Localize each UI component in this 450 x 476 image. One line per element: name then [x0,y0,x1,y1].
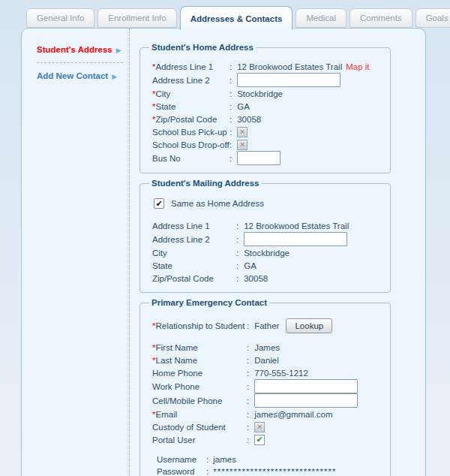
sidebar-item-students-address[interactable]: Student's Address [37,45,129,54]
sidebar-item-label: Add New Contact [37,71,108,80]
custody-checkbox-disabled-icon [254,422,265,432]
colon-separator: : [230,128,232,137]
cell-mobile-phone-input[interactable] [254,393,358,408]
field-label: Home Phone [152,369,247,378]
colon-separator: : [206,455,208,464]
field-value: 12 Brookwood Estates Trail [244,221,349,230]
field-mailing-address-line-1: Address Line 1 : 12 Brookwood Estates Tr… [152,219,384,232]
field-home-phone: Home Phone : 770-555-1212 [152,366,384,379]
school-bus-pickup-checkbox-disabled-icon [237,127,248,137]
tab-label: General Info [37,14,84,23]
colon-separator: : [247,423,249,432]
map-it-link[interactable]: Map it [346,62,369,71]
field-address-line-1: *Address Line 1 : 12 Brookwood Estates T… [152,60,384,73]
sidebar-item-add-new-contact[interactable]: Add New Contact [37,71,129,80]
tab-label: Comments [360,14,402,23]
password-label: Password [157,467,206,476]
field-mailing-state: State : GA [152,259,384,272]
field-label: Bus No [152,154,230,163]
tab-label: Goals [426,14,448,23]
right-arrow-icon [116,47,122,54]
field-value: james@gmmail.com [254,410,332,419]
field-mailing-address-line-2: Address Line 2 : [152,232,384,246]
tab-comments[interactable]: Comments [350,8,412,28]
field-cell-mobile-phone: Cell/Mobile Phone : [152,393,384,408]
field-bus-no: Bus No : [152,151,384,165]
username-label: Username [157,455,206,464]
field-first-name: *First Name : James [152,341,384,354]
field-label: Address Line 1 [152,221,236,230]
field-custody-of-student: Custody of Student : [152,420,384,433]
field-label: School Bus Pick-up [152,128,230,137]
sidebar-item-label: Student's Address [37,45,112,54]
field-label: Address Line 2 [152,76,230,85]
field-value: Stockbridge [237,89,283,98]
tab-bar: General Info Enrollment Info Addresses &… [26,5,450,28]
field-label: Address Line 2 [152,235,236,244]
colon-separator: : [230,76,232,85]
field-label: Zip/Postal Code [152,274,236,283]
same-as-home-checkbox[interactable] [154,198,164,209]
colon-separator: : [247,321,249,330]
colon-separator: : [236,221,238,230]
colon-separator: : [247,382,249,391]
field-value: GA [237,102,250,111]
field-label: City [152,249,236,258]
field-label: *City [152,89,230,98]
tab-goals[interactable]: Goals [416,8,450,28]
colon-separator: : [236,249,238,258]
home-address-fieldset: Student's Home Address *Address Line 1 :… [140,43,391,173]
password-row: Password : *****************************… [157,465,384,476]
work-phone-input[interactable] [254,379,358,393]
field-label: Portal User [152,435,247,444]
field-address-line-2: Address Line 2 : [152,73,384,87]
colon-separator: : [230,102,232,111]
field-work-phone: Work Phone : [152,379,384,393]
same-as-home-row: Same as Home Address [154,198,384,209]
tab-enrollment-info[interactable]: Enrollment Info [98,8,176,28]
colon-separator: : [247,396,249,405]
field-label: School Bus Drop-off [152,140,230,149]
field-value: 12 Brookwood Estates Trail [237,62,342,71]
colon-separator: : [247,343,249,352]
colon-separator: : [247,369,249,378]
sidebar: Student's Address Add New Contact [22,29,130,476]
addresses-contacts-panel: Student's Address Add New Contact Studen… [21,28,426,476]
tab-addresses-contacts[interactable]: Addresses & Contacts [180,6,293,30]
field-state: *State : GA [152,100,384,113]
password-masked-value: ****************************** [213,467,336,476]
field-value: Daniel [254,356,279,365]
field-mailing-zip-postal-code: Zip/Postal Code : 30058 [152,272,384,285]
field-value: GA [244,261,256,270]
field-label: State [152,261,236,270]
colon-separator: : [230,62,232,71]
primary-emergency-contact-legend: Primary Emergency Contact [149,298,269,307]
field-city: *City : Stockbridge [152,87,384,100]
field-relationship: *Relationship to Student : Father Lookup [152,318,384,333]
field-portal-user: Portal User : [152,433,384,446]
username-value: james [213,455,236,464]
lookup-button[interactable]: Lookup [286,318,332,333]
colon-separator: : [247,356,249,365]
field-school-bus-dropoff: School Bus Drop-off : [152,138,384,151]
portal-user-checkbox[interactable] [254,435,265,445]
field-school-bus-pickup: School Bus Pick-up : [152,125,384,138]
field-label: *Relationship to Student [152,321,247,330]
field-label: *Zip/Postal Code [152,115,230,124]
field-label: *State [152,102,230,111]
tab-medical[interactable]: Medical [296,8,346,28]
mailing-address-line-2-input[interactable] [244,232,347,246]
bus-no-input[interactable] [237,151,280,165]
home-address-line-2-input[interactable] [237,73,340,87]
colon-separator: : [236,261,238,270]
field-value: James [254,343,280,352]
tab-label: Enrollment Info [108,14,166,23]
colon-separator: : [230,154,232,163]
school-bus-dropoff-checkbox-disabled-icon [237,140,248,150]
tab-general-info[interactable]: General Info [26,8,94,28]
field-label: Custody of Student [152,423,247,432]
field-label: *Email [152,410,247,419]
colon-separator: : [247,410,249,419]
mailing-address-legend: Student's Mailing Address [149,179,262,188]
field-email: *Email : james@gmmail.com [152,408,384,420]
